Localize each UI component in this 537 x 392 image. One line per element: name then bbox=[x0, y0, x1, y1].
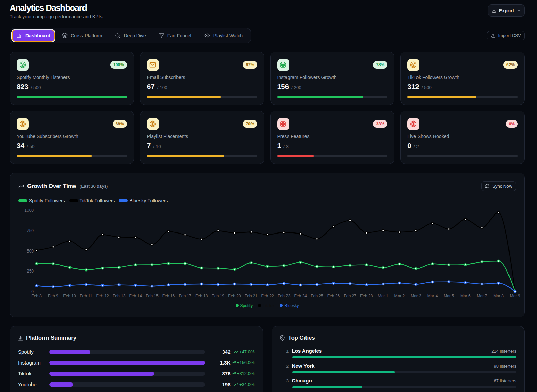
svg-text:Feb 14: Feb 14 bbox=[129, 294, 142, 298]
svg-text:Mar 4: Mar 4 bbox=[427, 294, 438, 298]
svg-text:250: 250 bbox=[27, 269, 34, 274]
svg-text:Mar 3: Mar 3 bbox=[411, 294, 421, 298]
svg-text:1000: 1000 bbox=[24, 208, 34, 213]
svg-text:Mar 8: Mar 8 bbox=[493, 294, 504, 298]
svg-text:Feb 18: Feb 18 bbox=[195, 294, 208, 298]
svg-text:Mar 6: Mar 6 bbox=[460, 294, 471, 298]
svg-text:0: 0 bbox=[31, 289, 34, 294]
svg-text:Feb 21: Feb 21 bbox=[245, 294, 258, 298]
svg-text:Mar 5: Mar 5 bbox=[444, 294, 454, 298]
svg-text:Mar 1: Mar 1 bbox=[378, 294, 388, 298]
svg-text:Mar 2: Mar 2 bbox=[394, 294, 405, 298]
svg-text:Feb 8: Feb 8 bbox=[31, 294, 42, 298]
svg-text:Feb 12: Feb 12 bbox=[96, 294, 109, 298]
svg-text:Feb 10: Feb 10 bbox=[63, 294, 76, 298]
svg-text:Mar 7: Mar 7 bbox=[477, 294, 487, 298]
svg-text:Feb 25: Feb 25 bbox=[311, 294, 323, 298]
svg-text:Feb 28: Feb 28 bbox=[360, 294, 373, 298]
svg-text:Feb 13: Feb 13 bbox=[113, 294, 126, 298]
svg-text:Feb 26: Feb 26 bbox=[327, 294, 340, 298]
svg-text:Feb 15: Feb 15 bbox=[146, 294, 159, 298]
svg-text:Feb 16: Feb 16 bbox=[162, 294, 175, 298]
svg-text:500: 500 bbox=[27, 248, 34, 253]
svg-text:Feb 9: Feb 9 bbox=[48, 294, 58, 298]
svg-text:Mar 9: Mar 9 bbox=[510, 294, 520, 298]
svg-text:Feb 11: Feb 11 bbox=[80, 294, 92, 298]
svg-text:Feb 19: Feb 19 bbox=[212, 294, 225, 298]
svg-text:Feb 27: Feb 27 bbox=[344, 294, 356, 298]
svg-text:750: 750 bbox=[27, 228, 34, 233]
svg-text:Feb 20: Feb 20 bbox=[228, 294, 241, 298]
svg-text:Feb 22: Feb 22 bbox=[261, 294, 274, 298]
svg-text:Feb 24: Feb 24 bbox=[294, 294, 307, 298]
svg-text:Feb 17: Feb 17 bbox=[179, 294, 191, 298]
svg-text:Feb 23: Feb 23 bbox=[278, 294, 291, 298]
